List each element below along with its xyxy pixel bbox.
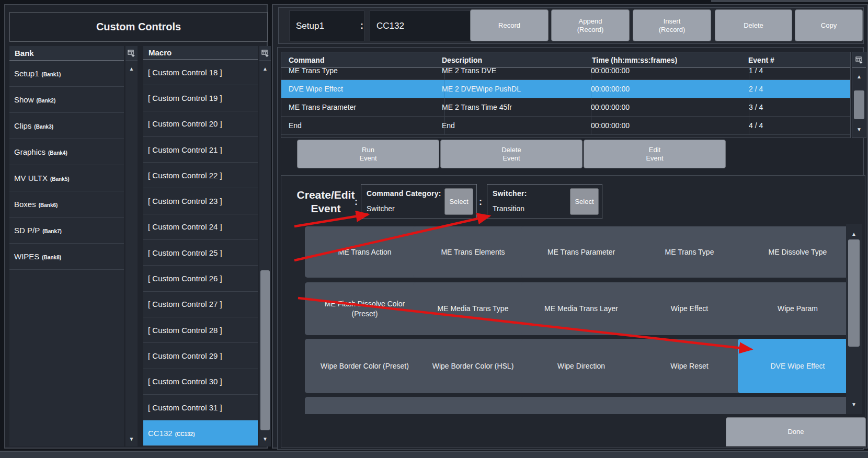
command-category-value: Switcher bbox=[367, 204, 395, 213]
command-grid-button[interactable]: ME Media Trans Layer bbox=[521, 282, 641, 335]
col-header-command[interactable]: Command bbox=[289, 52, 324, 67]
bank-value-field[interactable]: Setup1 bbox=[289, 10, 364, 41]
bank-item[interactable]: Setup1(Bank1) bbox=[9, 61, 124, 87]
event-table-scrollbar[interactable]: ▲ ▼ bbox=[852, 52, 866, 138]
copy-button[interactable]: Copy bbox=[795, 9, 863, 41]
command-grid-button[interactable]: Wipe Direction bbox=[521, 339, 641, 393]
macro-item[interactable]: [ Custom Control 18 ] bbox=[143, 60, 258, 85]
command-grid: ME Trans Action ME Trans Elements ME Tra… bbox=[302, 224, 847, 414]
bank-item[interactable]: Clips(Bank3) bbox=[9, 113, 124, 139]
edit-event-button[interactable]: Edit Event bbox=[584, 140, 726, 168]
bank-column-header: Bank bbox=[9, 46, 124, 61]
command-category-label: Command Category: bbox=[367, 189, 441, 198]
bank-scrollbar[interactable]: ▲ ▼ bbox=[125, 46, 138, 446]
taskbar-strip bbox=[0, 451, 868, 458]
macro-list: [ Custom Control 18 ] [ Custom Control 1… bbox=[143, 60, 258, 446]
bank-list: Setup1(Bank1) Show(Bank2) Clips(Bank3) G… bbox=[9, 61, 124, 446]
append-record-button[interactable]: Append (Record) bbox=[551, 9, 630, 41]
bank-table-menu[interactable] bbox=[125, 46, 138, 61]
scroll-thumb[interactable] bbox=[848, 239, 860, 347]
table-row-selected[interactable]: DVE Wipe Effect ME 2 DVEWipe PushDL 00:0… bbox=[281, 80, 850, 98]
command-grid-button[interactable]: Wipe Border Color (HSL) bbox=[413, 339, 533, 393]
col-header-description[interactable]: Description bbox=[442, 52, 482, 67]
switcher-label: Switcher: bbox=[493, 189, 527, 198]
command-grid-button[interactable]: Wipe Param bbox=[738, 282, 847, 335]
done-button[interactable]: Done bbox=[726, 417, 866, 446]
down-arrow-icon: ▼ bbox=[851, 402, 856, 407]
table-row[interactable]: ME Trans Parameter ME 2 Trans Time 45fr … bbox=[281, 98, 850, 117]
command-category-select-button[interactable]: Select bbox=[444, 188, 473, 215]
macro-item[interactable]: [ Custom Control 22 ] bbox=[143, 163, 258, 188]
col-header-time[interactable]: Time (hh:mm:ss:frames) bbox=[592, 52, 677, 67]
table-menu-button[interactable] bbox=[852, 52, 866, 68]
scroll-down-button[interactable]: ▼ bbox=[846, 398, 862, 410]
scroll-up-button[interactable]: ▲ bbox=[259, 63, 271, 74]
command-grid-button[interactable] bbox=[630, 397, 749, 414]
macro-item-selected[interactable]: CC132(CC132) bbox=[143, 420, 258, 446]
scroll-up-button[interactable]: ▲ bbox=[846, 228, 862, 239]
command-grid-button[interactable]: ME Trans Action bbox=[305, 226, 425, 278]
scroll-down-button[interactable]: ▼ bbox=[852, 123, 866, 135]
bank-item[interactable]: Show(Bank2) bbox=[9, 87, 124, 113]
command-grid-button[interactable] bbox=[738, 397, 847, 414]
cc-value-field[interactable]: CC132 bbox=[370, 10, 471, 41]
macro-item[interactable]: [ Custom Control 28 ] bbox=[143, 317, 258, 343]
command-grid-button[interactable]: ME Dissolve Type bbox=[738, 226, 847, 278]
scroll-down-button[interactable]: ▼ bbox=[259, 433, 271, 444]
page-title-text: Custom Controls bbox=[96, 21, 181, 33]
bank-header-label: Bank bbox=[15, 49, 34, 58]
command-grid-button[interactable] bbox=[305, 397, 425, 414]
command-grid-button[interactable]: ME Media Trans Type bbox=[413, 282, 533, 335]
macro-item[interactable]: [ Custom Control 25 ] bbox=[143, 240, 258, 266]
scroll-down-button[interactable]: ▼ bbox=[125, 433, 138, 444]
col-header-event-num[interactable]: Event # bbox=[748, 52, 774, 67]
separator-colon: : bbox=[360, 20, 363, 31]
bank-item[interactable]: SD P/P(Bank7) bbox=[9, 217, 124, 244]
macro-item[interactable]: [ Custom Control 24 ] bbox=[143, 214, 258, 240]
command-grid-button[interactable]: Wipe Effect bbox=[630, 282, 749, 335]
macro-item[interactable]: [ Custom Control 29 ] bbox=[143, 343, 258, 369]
macro-column-header: Macro bbox=[143, 46, 258, 60]
macro-item[interactable]: [ Custom Control 31 ] bbox=[143, 395, 258, 420]
editor-main-panel: Command Description Time (hh:mm:ss:frame… bbox=[277, 47, 864, 450]
switcher-select-button[interactable]: Select bbox=[570, 188, 599, 215]
insert-record-button[interactable]: Insert (Record) bbox=[633, 9, 711, 41]
macro-item[interactable]: [ Custom Control 19 ] bbox=[143, 85, 258, 111]
delete-event-button[interactable]: Delete Event bbox=[440, 140, 583, 168]
command-grid-scrollbar[interactable]: ▲ ▼ bbox=[846, 224, 862, 414]
command-grid-button[interactable]: ME Flash Dissolve Color (Preset) bbox=[305, 282, 425, 335]
scroll-up-button[interactable]: ▲ bbox=[852, 71, 866, 82]
command-grid-button-selected[interactable]: DVE Wipe Effect bbox=[738, 339, 847, 393]
run-event-button[interactable]: Run Event bbox=[297, 140, 439, 168]
bank-item[interactable]: Graphics(Bank4) bbox=[9, 139, 124, 165]
macro-item[interactable]: [ Custom Control 27 ] bbox=[143, 292, 258, 317]
macro-item[interactable]: [ Custom Control 21 ] bbox=[143, 137, 258, 163]
command-grid-button[interactable] bbox=[413, 397, 533, 414]
scroll-up-button[interactable]: ▲ bbox=[125, 63, 138, 74]
command-grid-button[interactable] bbox=[521, 397, 641, 414]
macro-item[interactable]: [ Custom Control 30 ] bbox=[143, 369, 258, 395]
record-button[interactable]: Record bbox=[470, 9, 549, 41]
delete-button[interactable]: Delete bbox=[715, 9, 792, 41]
scroll-thumb[interactable] bbox=[854, 90, 864, 119]
command-grid-button[interactable]: Wipe Reset bbox=[630, 339, 749, 393]
command-grid-button[interactable]: Wipe Border Color (Preset) bbox=[305, 339, 425, 393]
table-row[interactable]: ME Trans Type ME 2 Trans DVE 00:00:00:00… bbox=[281, 68, 850, 80]
table-row[interactable]: End End 00:00:00:00 4 / 4 bbox=[281, 117, 850, 135]
macro-table-menu[interactable] bbox=[259, 46, 271, 61]
command-grid-button[interactable]: ME Trans Elements bbox=[413, 226, 533, 278]
macro-scrollbar[interactable]: ▲ ▼ bbox=[259, 46, 271, 446]
command-grid-button[interactable]: ME Trans Parameter bbox=[521, 226, 641, 278]
table-menu-icon bbox=[128, 50, 135, 57]
macro-item[interactable]: [ Custom Control 23 ] bbox=[143, 188, 258, 214]
macro-item[interactable]: [ Custom Control 26 ] bbox=[143, 266, 258, 291]
command-grid-button[interactable]: ME Trans Type bbox=[630, 226, 749, 278]
create-edit-event-panel: Create/Edit Event : Command Category: Sw… bbox=[281, 175, 865, 448]
macro-item[interactable]: [ Custom Control 20 ] bbox=[143, 111, 258, 137]
create-edit-title: Create/Edit Event bbox=[287, 188, 365, 215]
bank-item[interactable]: Boxes(Bank6) bbox=[9, 191, 124, 217]
bank-item[interactable]: MV ULTX(Bank5) bbox=[9, 165, 124, 191]
bank-item[interactable]: WIPES(Bank8) bbox=[9, 244, 124, 270]
up-arrow-icon: ▲ bbox=[856, 74, 862, 79]
scroll-thumb[interactable] bbox=[260, 270, 270, 430]
